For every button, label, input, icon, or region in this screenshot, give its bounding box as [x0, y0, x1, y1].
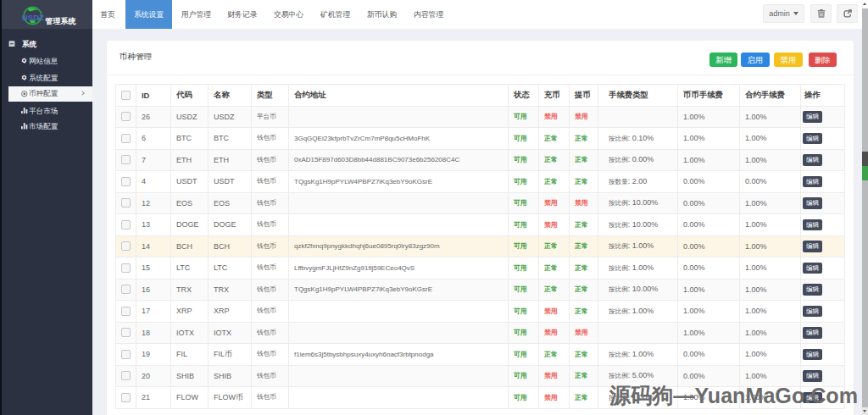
- svg-text:源码狗—YuanMaGo.Com: 源码狗—YuanMaGo.Com: [609, 383, 858, 408]
